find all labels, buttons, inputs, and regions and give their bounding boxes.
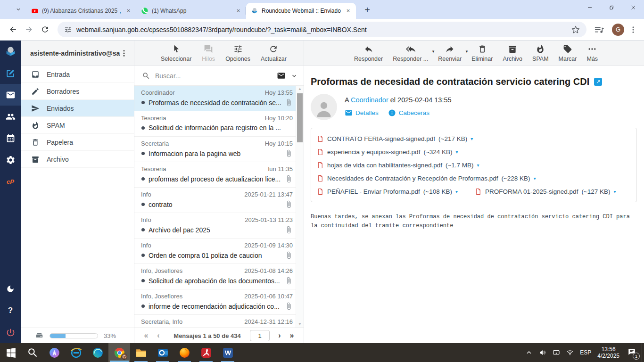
list-toolbar-button[interactable]: Opciones <box>225 44 250 62</box>
taskbar-app[interactable] <box>195 343 217 362</box>
rail-contacts-button[interactable] <box>0 106 21 127</box>
page-prev-button[interactable]: ‹ <box>152 331 165 340</box>
headers-link[interactable]: Cabeceras <box>388 109 429 117</box>
message-toolbar-button[interactable]: Marcar <box>559 44 577 62</box>
attachment-name[interactable]: experiencia y equipos-signed.pdf <box>327 148 420 156</box>
taskbar-app[interactable] <box>65 343 87 362</box>
message-row[interactable]: Tesoreria lun 11:35 proformas del proces… <box>134 162 296 188</box>
tab-list-chevron-icon[interactable] <box>13 4 24 15</box>
message-row[interactable]: Info, Joseflores 2025-01-06 10:47 inform… <box>134 289 296 315</box>
window-close-button[interactable] <box>622 0 644 15</box>
scrollbar-down-icon[interactable] <box>296 321 304 328</box>
page-first-button[interactable]: « <box>140 331 152 340</box>
browser-menu-icon[interactable] <box>629 25 637 34</box>
message-row[interactable]: Secretaria Hoy 10:15 Informacion para la… <box>134 137 296 162</box>
attachment-menu-caret-icon[interactable] <box>477 163 479 168</box>
taskbar-clock[interactable]: 13:56 4/2/2025 <box>597 346 619 359</box>
back-button[interactable] <box>5 22 21 38</box>
taskbar-app[interactable] <box>43 343 65 362</box>
tray-chevron-up-icon[interactable] <box>525 349 533 356</box>
scrollbar-thumb[interactable] <box>297 93 303 142</box>
message-toolbar-button[interactable]: Eliminar <box>471 44 493 62</box>
volume-icon[interactable] <box>539 349 546 356</box>
forward-button[interactable] <box>21 22 37 38</box>
open-in-new-window-icon[interactable] <box>594 78 602 86</box>
message-toolbar-button[interactable]: Más <box>586 44 598 62</box>
browser-tab[interactable]: (9) Alabanzas Cristianas 2025 🙏 × <box>26 3 136 19</box>
url-bar[interactable]: webmail.sanjuan.gob.ec/cpsess5010882347/… <box>58 22 586 37</box>
taskbar-app[interactable] <box>130 343 152 362</box>
attachment-item[interactable]: hojas de vida con habilitantes-signed.pd… <box>317 158 479 172</box>
keyboard-language[interactable]: ESP <box>580 349 591 356</box>
show-desktop-button[interactable] <box>642 343 644 362</box>
page-last-button[interactable]: » <box>286 331 298 340</box>
bookmark-star-icon[interactable] <box>571 25 580 34</box>
attachment-name[interactable]: CONTRATO FERIA-signed-signed.pdf <box>327 135 435 142</box>
search-scope-icon[interactable] <box>277 71 286 80</box>
list-toolbar-button[interactable]: Actualizar <box>261 44 287 62</box>
logout-button[interactable] <box>0 321 21 343</box>
attachment-name[interactable]: hojas de vida con habilitantes-signed.pd… <box>327 162 442 169</box>
folder-item[interactable]: Borradores <box>21 83 134 100</box>
site-info-icon[interactable] <box>64 26 72 33</box>
list-toolbar-button[interactable]: Seleccionar <box>161 44 191 62</box>
folder-item[interactable]: Papelera <box>21 134 134 151</box>
reload-button[interactable] <box>37 22 53 38</box>
message-toolbar-button[interactable]: Responder <box>354 44 383 62</box>
attachment-item[interactable]: Necesidades de Contratación y Recepción … <box>317 172 536 185</box>
window-minimize-button[interactable] <box>579 0 601 15</box>
attachment-name[interactable]: PROFORMA 01-2025-signed.pdf <box>485 188 578 195</box>
folder-item[interactable]: Archivo <box>21 151 134 168</box>
window-restore-button[interactable] <box>601 0 622 15</box>
dark-mode-button[interactable] <box>0 278 21 300</box>
taskbar-app[interactable] <box>87 343 108 362</box>
list-toolbar-button[interactable]: Hilos <box>202 44 215 62</box>
attachment-menu-caret-icon[interactable] <box>614 189 616 194</box>
message-toolbar-button[interactable]: Responder ... <box>393 44 428 62</box>
attachment-name[interactable]: Necesidades de Contratación y Recepción … <box>327 175 498 182</box>
rail-mail-button[interactable] <box>0 84 21 106</box>
search-input[interactable] <box>155 72 272 80</box>
message-row[interactable]: Secretaria, Info 2024-12-31 12:16 <box>134 315 296 328</box>
attachment-menu-caret-icon[interactable] <box>455 189 458 194</box>
folder-item[interactable]: Enviados <box>21 100 134 117</box>
dropdown-caret-icon[interactable] <box>466 49 468 54</box>
message-row[interactable]: Info 2025-01-13 11:23 Archivo del pac 20… <box>134 213 296 239</box>
message-toolbar-button[interactable]: Archivo <box>503 44 522 62</box>
taskbar-app[interactable] <box>22 343 43 362</box>
rail-calendar-button[interactable] <box>0 127 21 149</box>
cpanel-button[interactable]: cP <box>0 171 21 192</box>
browser-tab[interactable]: (1) WhatsApp × <box>136 3 246 19</box>
message-row[interactable]: Info 2025-01-09 14:30 Orden de compra 01… <box>134 239 296 264</box>
browser-tab[interactable]: Roundcube Webmail :: Enviados × <box>246 3 356 19</box>
taskbar-app[interactable] <box>0 343 22 362</box>
dropdown-caret-icon[interactable] <box>432 49 435 54</box>
attachment-name[interactable]: PEÑAFIEL - Enviar Proforma.pdf <box>327 188 420 195</box>
attachment-item[interactable]: PROFORMA 01-2025-signed.pdf (~127 KB) <box>475 185 616 198</box>
page-number-input[interactable] <box>250 330 270 341</box>
recipient-link[interactable]: Coordinador <box>351 96 388 104</box>
scrollbar-up-icon[interactable] <box>296 86 304 92</box>
wifi-icon[interactable] <box>566 349 574 356</box>
message-row[interactable]: Coordinador Hoy 13:55 Proformas de neces… <box>134 86 296 111</box>
folder-item[interactable]: Entrada <box>21 66 134 83</box>
profile-avatar[interactable]: G <box>612 24 624 36</box>
attachment-item[interactable]: CONTRATO FERIA-signed-signed.pdf (~217 K… <box>317 132 473 145</box>
message-toolbar-button[interactable]: SPAM <box>532 44 549 62</box>
tab-close-icon[interactable]: × <box>124 7 132 15</box>
compose-button[interactable] <box>0 62 21 84</box>
list-scrollbar[interactable] <box>296 86 304 328</box>
taskbar-app[interactable] <box>152 343 173 362</box>
taskbar-app[interactable] <box>217 343 239 362</box>
rail-settings-button[interactable] <box>0 149 21 171</box>
tab-close-icon[interactable]: × <box>234 7 242 15</box>
folder-options-icon[interactable] <box>120 49 128 58</box>
attachment-menu-caret-icon[interactable] <box>471 136 473 141</box>
folder-item[interactable]: SPAM <box>21 117 134 134</box>
taskbar-app[interactable]: G <box>108 343 130 362</box>
message-row[interactable]: Info, Joseflores 2025-01-08 14:26 Solici… <box>134 264 296 289</box>
meet-now-icon[interactable] <box>553 349 560 356</box>
new-tab-button[interactable]: + <box>361 3 374 16</box>
attachment-item[interactable]: PEÑAFIEL - Enviar Proforma.pdf (~108 KB) <box>317 185 458 198</box>
taskbar-app[interactable] <box>173 343 195 362</box>
